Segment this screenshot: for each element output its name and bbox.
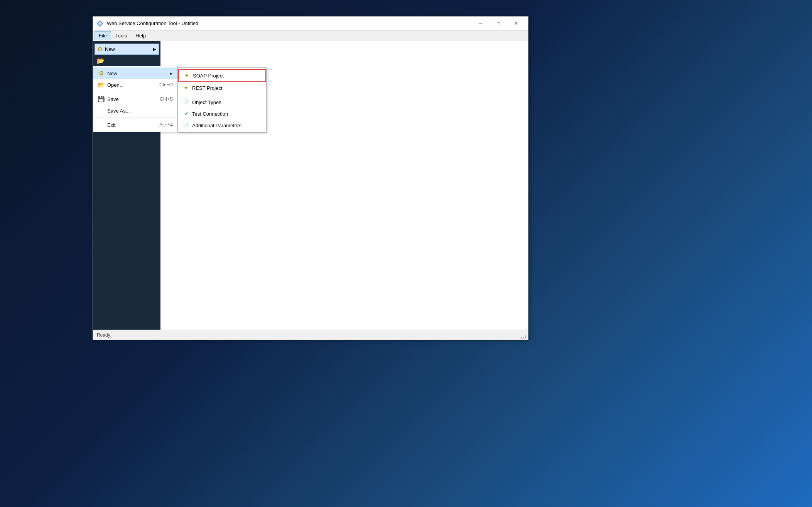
new-label: New [107,71,170,76]
exit-shortcut: Alt+F4 [159,122,173,128]
soap-icon: ✦ [182,72,191,79]
submenu-sep1 [181,95,263,95]
rest-label: REST Project [192,85,223,91]
gear-icon: ⚙ [99,70,104,77]
main-content: ⚙ New ▶ 📂 💾 ⚙ [93,41,528,330]
menu-tools[interactable]: Tools [111,31,131,40]
resize-grip [521,334,527,339]
gear-sparkle-icon: ✦ [184,72,189,79]
open-shortcut: Ctrl+O [159,82,173,88]
folder-icon2: 📂 [98,81,105,88]
gear-icon: ⚙ [97,45,103,53]
minimize-button[interactable]: ─ [472,18,490,29]
toolbar-new-label: New [105,46,115,52]
submenu-arrow: ▶ [170,71,173,76]
toolbar-open-button[interactable]: 📂 [95,56,159,66]
status-text: Ready [97,332,110,338]
gear-sparkle-icon2: ✦ [184,84,189,91]
menu-file[interactable]: File [95,31,111,40]
menu-item-new[interactable]: ⚙ New ▶ ✦ SOAP Project [93,67,177,79]
submenu-item-rest[interactable]: ✦ REST Project [178,82,266,94]
status-bar: Ready [93,330,528,340]
window-title: Web Service Configuration Tool - Untitle… [107,20,472,26]
close-button[interactable]: ✕ [507,18,525,29]
diamond-icon [96,20,103,27]
app-icon [96,20,104,27]
additional-params-label: Additional Parameters [192,123,241,128]
main-window: Web Service Configuration Tool - Untitle… [93,16,528,340]
submenu-item-additional-params[interactable]: 📄 Additional Parameters [178,120,266,131]
maximize-button[interactable]: □ [490,18,507,29]
submenu-item-soap[interactable]: ✦ SOAP Project [178,69,266,82]
additional-params-icon: 📄 [181,121,191,129]
submenu-item-test-connection[interactable]: ✔ Test Connection [178,108,266,120]
sep2 [93,118,177,118]
title-bar: Web Service Configuration Tool - Untitle… [93,17,528,30]
save-label: Save [107,96,152,102]
open-icon: 📂 [96,81,106,89]
open-label: Open... [107,82,152,88]
submenu-item-object-types[interactable]: 📄 Object Types [178,96,266,108]
window-controls: ─ □ ✕ [472,18,525,29]
exit-icon [96,121,106,129]
grip-dot [521,337,522,339]
arrow-icon: ▶ [153,47,156,51]
file-menu-dropdown: ⚙ New ▶ ✦ SOAP Project [93,66,178,132]
doc-icon: 📄 [183,99,189,105]
save-as-icon [96,107,106,115]
folder-icon: 📂 [97,57,105,64]
save-icon2: 💾 [96,95,106,103]
menu-item-save-as[interactable]: Save As... [93,105,177,116]
menu-help[interactable]: Help [131,31,150,40]
menu-item-exit[interactable]: Exit Alt+F4 [93,119,177,131]
menu-item-save[interactable]: 💾 Save Ctrl+S [93,93,177,105]
object-types-icon: 📄 [181,98,191,106]
grip-dot [523,337,524,339]
menu-item-open[interactable]: 📂 Open... Ctrl+O [93,79,177,91]
new-icon: ⚙ [96,69,106,77]
floppy-icon: 💾 [98,96,105,103]
grip-dot [525,335,526,337]
save-as-label: Save As... [107,108,173,114]
toolbar-new-button[interactable]: ⚙ New ▶ [95,44,159,55]
menu-bar: File Tools Help [93,30,528,41]
doc-icon2: 📄 [183,123,189,128]
soap-label: SOAP Project [193,73,224,79]
sep1 [93,92,177,92]
exit-label: Exit [107,122,152,128]
check-icon: ✔ [184,111,188,117]
object-types-label: Object Types [192,99,221,105]
grip-dot [525,337,526,339]
new-submenu: ✦ SOAP Project ✦ REST Project [178,67,267,133]
save-shortcut: Ctrl+S [160,96,173,102]
test-connection-icon: ✔ [181,110,191,118]
rest-icon: ✦ [181,84,191,92]
test-connection-label: Test Connection [192,111,228,117]
